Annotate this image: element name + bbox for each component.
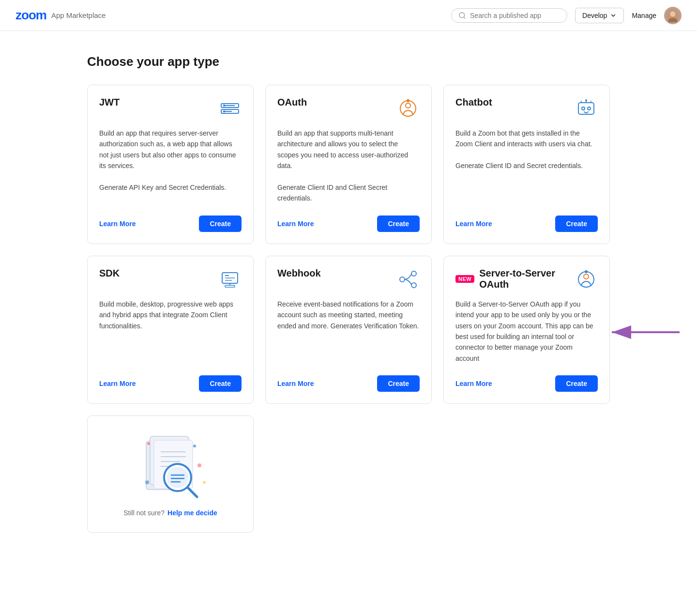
develop-label: Develop: [582, 12, 607, 19]
svg-point-52: [145, 480, 149, 484]
svg-point-28: [400, 277, 405, 282]
s2s-card-footer: Learn More Create: [455, 375, 598, 392]
jwt-card: JWT Build an app that requires server-se…: [87, 85, 254, 244]
jwt-title: JWT: [99, 97, 120, 108]
svg-point-49: [147, 442, 150, 445]
help-me-decide-link[interactable]: Help me decide: [167, 509, 217, 517]
oauth-title: OAuth: [277, 97, 307, 108]
svg-point-44: [167, 467, 188, 488]
sdk-card-header: SDK: [99, 268, 242, 291]
svg-point-32: [584, 274, 589, 279]
webhook-card-header: Webhook: [277, 268, 420, 291]
sdk-description: Build mobile, desktop, progressive web a…: [99, 299, 242, 364]
oauth-card-footer: Learn More Create: [277, 216, 420, 232]
develop-button[interactable]: Develop: [575, 8, 624, 23]
chatbot-icon: [575, 97, 598, 120]
svg-point-51: [197, 463, 201, 467]
svg-point-29: [411, 271, 416, 276]
s2s-create-button[interactable]: Create: [555, 375, 598, 392]
s2s-card-header: NEW Server-to-Server OAuth: [455, 268, 598, 291]
webhook-card: Webhook Receive event-based notification…: [265, 256, 432, 404]
sdk-card: SDK Build mobile, desktop, progressive w…: [87, 256, 254, 404]
s2s-title: Server-to-Server OAuth: [479, 268, 571, 290]
chevron-down-icon: [610, 12, 617, 19]
s2s-title-row: NEW Server-to-Server OAuth: [455, 268, 571, 290]
jwt-create-button[interactable]: Create: [199, 216, 242, 232]
s2s-description: Build a Server-to-Server OAuth app if yo…: [455, 299, 598, 364]
sdk-create-button[interactable]: Create: [199, 375, 242, 392]
chatbot-create-button[interactable]: Create: [555, 216, 598, 232]
oauth-description: Build an app that supports multi-tenant …: [277, 128, 420, 204]
svg-rect-10: [223, 110, 225, 112]
svg-point-50: [193, 445, 196, 447]
webhook-description: Receive event-based notifications for a …: [277, 299, 420, 364]
avatar[interactable]: [664, 7, 682, 24]
arrow-icon: [607, 320, 684, 344]
still-not-sure-card: Still not sure? Help me decide: [87, 416, 254, 533]
svg-point-33: [585, 270, 588, 273]
jwt-card-footer: Learn More Create: [99, 216, 242, 232]
svg-point-17: [588, 107, 591, 110]
logo-area: zoom App Marketplace: [15, 8, 106, 23]
chatbot-card: Chatbot Build a Zoom bot that gets insta…: [443, 85, 610, 244]
zoom-logo: zoom: [15, 8, 46, 23]
webhook-learn-more[interactable]: Learn More: [277, 380, 314, 387]
jwt-card-header: JWT: [99, 97, 242, 120]
oauth-create-button[interactable]: Create: [377, 216, 420, 232]
search-box[interactable]: [451, 8, 567, 23]
sdk-title: SDK: [99, 268, 120, 279]
svg-rect-23: [225, 285, 235, 287]
still-not-sure-label: Still not sure?: [123, 509, 165, 517]
svg-point-53: [203, 481, 206, 484]
main-content: Choose your app type JWT Build an app th…: [0, 31, 697, 556]
arrow-annotation: [607, 320, 684, 344]
svg-point-12: [406, 103, 410, 108]
oauth-card-header: OAuth: [277, 97, 420, 120]
svg-line-48: [188, 488, 197, 497]
search-input[interactable]: [470, 12, 560, 19]
webhook-icon: [396, 268, 420, 291]
manage-link[interactable]: Manage: [632, 12, 656, 19]
chatbot-card-footer: Learn More Create: [455, 216, 598, 232]
cards-grid: JWT Build an app that requires server-se…: [87, 85, 610, 533]
s2s-learn-more[interactable]: Learn More: [455, 380, 492, 387]
sdk-learn-more[interactable]: Learn More: [99, 380, 136, 387]
svg-line-1: [464, 17, 465, 18]
webhook-create-button[interactable]: Create: [377, 375, 420, 392]
marketplace-label: App Marketplace: [51, 11, 106, 19]
illustration: [132, 431, 209, 499]
header: zoom App Marketplace Develop Manage: [0, 0, 697, 31]
jwt-icon: [218, 97, 242, 120]
chatbot-description: Build a Zoom bot that gets installed in …: [455, 128, 598, 204]
oauth-icon: [396, 97, 420, 120]
svg-point-19: [585, 99, 587, 101]
s2s-oauth-card: NEW Server-to-Server OAuth Build a Serve…: [443, 256, 610, 404]
sdk-icon: [218, 268, 242, 291]
svg-point-3: [670, 11, 676, 16]
chatbot-title: Chatbot: [455, 97, 492, 108]
jwt-description: Build an app that requires server-server…: [99, 128, 242, 204]
webhook-title: Webhook: [277, 268, 321, 279]
svg-point-30: [411, 283, 416, 288]
oauth-learn-more[interactable]: Learn More: [277, 220, 314, 228]
jwt-learn-more[interactable]: Learn More: [99, 220, 136, 228]
header-actions: Develop Manage: [451, 7, 682, 24]
svg-point-16: [582, 107, 585, 110]
sdk-card-footer: Learn More Create: [99, 375, 242, 392]
s2s-oauth-icon: [575, 268, 598, 291]
page-title: Choose your app type: [87, 54, 610, 69]
still-not-sure-text: Still not sure? Help me decide: [123, 509, 217, 517]
search-icon: [458, 12, 466, 19]
chatbot-learn-more[interactable]: Learn More: [455, 220, 492, 228]
chatbot-card-header: Chatbot: [455, 97, 598, 120]
new-badge: NEW: [455, 275, 474, 283]
svg-rect-9: [223, 105, 225, 107]
oauth-card: OAuth Build an app that supports multi-t…: [265, 85, 432, 244]
webhook-card-footer: Learn More Create: [277, 375, 420, 392]
